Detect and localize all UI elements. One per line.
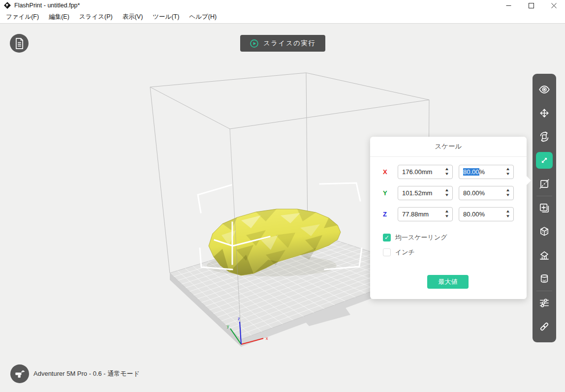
close-button[interactable]: [542, 0, 565, 11]
link-icon: [538, 321, 550, 332]
axis-z-label: z: [238, 316, 240, 321]
duplicate-tool-button[interactable]: [533, 196, 556, 220]
menu-file[interactable]: ファイル(F): [1, 11, 44, 23]
uniform-scaling-checkbox[interactable]: ✓: [383, 234, 391, 241]
y-percent-spinner[interactable]: ▲▼: [506, 188, 510, 198]
z-size-value: 77.88mm: [402, 211, 429, 218]
app-logo-icon: [4, 2, 11, 9]
z-axis-label: Z: [383, 211, 390, 218]
slice-button-label: スライスの実行: [263, 39, 316, 48]
y-size-spinner[interactable]: ▲▼: [445, 188, 449, 198]
y-axis-label: Y: [383, 189, 390, 197]
inch-checkbox[interactable]: [383, 248, 391, 256]
x-size-spinner[interactable]: ▲▼: [445, 167, 449, 177]
menu-help[interactable]: ヘルプ(H): [184, 11, 221, 23]
link-tool-button[interactable]: [533, 315, 556, 338]
move-icon: [538, 107, 550, 119]
y-size-input[interactable]: 101.52mm ▲▼: [398, 186, 453, 200]
document-icon: [15, 38, 24, 49]
y-size-value: 101.52mm: [402, 189, 432, 197]
x-percent-spinner[interactable]: ▲▼: [506, 167, 510, 177]
arrange-tool-button[interactable]: [533, 220, 556, 243]
x-percent-suffix: %: [479, 168, 485, 176]
cut-tool-button[interactable]: [533, 172, 556, 196]
x-size-input[interactable]: 176.00mm ▲▼: [398, 165, 453, 179]
maximize-button[interactable]: [520, 0, 542, 11]
axis-y-label: y: [227, 324, 229, 329]
x-axis-label: X: [383, 168, 390, 176]
viewport-area[interactable]: x y z スライスの実行 スケール X 176.00mm ▲▼: [0, 24, 565, 392]
x-size-value: 176.00mm: [402, 168, 432, 176]
z-percent-input[interactable]: 80.00% ▲▼: [459, 207, 514, 221]
window-title: FlashPrint - untitled.fpp*: [14, 2, 80, 9]
uniform-scaling-label: 均一スケーリング: [395, 233, 447, 242]
menu-view[interactable]: 表示(V): [118, 11, 148, 23]
prime-tower-tool-button[interactable]: [533, 267, 556, 291]
z-percent-spinner[interactable]: ▲▼: [506, 209, 510, 219]
cut-icon: [538, 178, 550, 190]
printer-status-text: Adventurer 5M Pro - 0.6 - 通常モード: [33, 369, 140, 378]
start-slicing-button[interactable]: スライスの実行: [240, 35, 325, 52]
title-bar: FlashPrint - untitled.fpp*: [0, 0, 565, 11]
x-percent-selected: 80.00: [463, 168, 479, 176]
menu-slice[interactable]: スライス(P): [74, 11, 118, 23]
move-tool-button[interactable]: [533, 101, 556, 125]
rotate-icon: [538, 131, 550, 143]
y-percent-value: 80.00%: [463, 189, 485, 197]
menu-tools[interactable]: ツール(T): [148, 11, 184, 23]
z-size-spinner[interactable]: ▲▼: [445, 209, 449, 219]
rotate-tool-button[interactable]: [533, 125, 556, 149]
arrange-icon: [538, 226, 550, 238]
active-tool-highlight: [536, 152, 553, 169]
maximum-button[interactable]: 最大値: [427, 275, 469, 289]
axis-x-label: x: [266, 336, 268, 341]
load-file-button[interactable]: [10, 34, 29, 53]
inch-label: インチ: [395, 248, 415, 257]
support-icon: [538, 249, 550, 261]
dialog-arrow: [527, 176, 531, 185]
scale-icon: [539, 155, 549, 165]
dialog-title: スケール: [370, 142, 527, 151]
tool-sidebar: [533, 74, 556, 342]
tune-icon: [538, 297, 550, 309]
scale-tool-button[interactable]: [533, 149, 556, 172]
minimize-button[interactable]: [497, 0, 520, 11]
menu-edit[interactable]: 編集(E): [44, 11, 74, 23]
printer-logo-badge[interactable]: [10, 364, 29, 383]
z-percent-value: 80.00%: [463, 211, 485, 218]
support-tool-button[interactable]: [533, 243, 556, 267]
printer-icon: [13, 367, 26, 380]
duplicate-icon: [538, 202, 550, 214]
eye-icon: [538, 84, 550, 95]
x-percent-input[interactable]: 80.00% ▲▼: [459, 165, 514, 179]
prime-tower-icon: [538, 273, 550, 285]
y-percent-input[interactable]: 80.00% ▲▼: [459, 186, 514, 200]
status-bar: Adventurer 5M Pro - 0.6 - 通常モード: [0, 364, 140, 384]
play-icon: [250, 39, 259, 48]
settings-tool-button[interactable]: [533, 291, 556, 315]
view-tool-button[interactable]: [533, 78, 556, 101]
z-size-input[interactable]: 77.88mm ▲▼: [398, 207, 453, 221]
menu-bar: ファイル(F) 編集(E) スライス(P) 表示(V) ツール(T) ヘルプ(H…: [0, 11, 565, 24]
scale-dialog: スケール X 176.00mm ▲▼ 80.00% ▲▼ Y 101.52mm …: [370, 137, 527, 299]
